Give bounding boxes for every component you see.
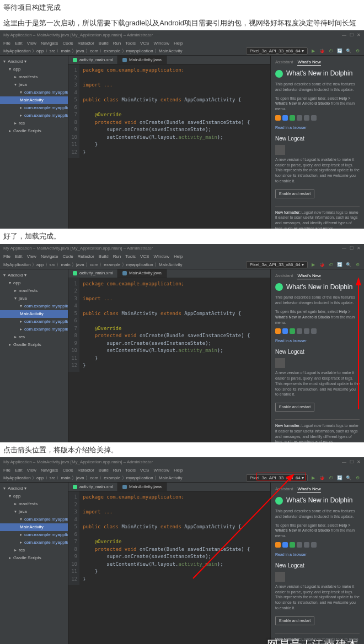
- tree-gradle[interactable]: Gradle Scripts: [0, 341, 68, 349]
- menu-vcs[interactable]: VCS: [140, 254, 149, 259]
- menu-run[interactable]: Run: [113, 468, 121, 473]
- tree-java[interactable]: java: [0, 508, 68, 516]
- tree-main-activity[interactable]: MainActivity: [0, 310, 68, 318]
- menu-bar[interactable]: File Edit View Navigate Code Refactor Bu…: [0, 466, 364, 474]
- code-editor[interactable]: package com.example.myapplication; impor…: [79, 278, 270, 372]
- tab-activity-main[interactable]: activity_main.xml: [68, 483, 118, 491]
- panel-tab-assistant[interactable]: Assistant: [275, 59, 293, 66]
- run-icon[interactable]: ▶: [310, 261, 317, 268]
- tab-main-activity[interactable]: MainActivity.java: [118, 269, 167, 278]
- code-editor[interactable]: package com.example.myapplication; impor…: [79, 64, 270, 158]
- menu-view[interactable]: View: [27, 254, 36, 259]
- tree-root[interactable]: Android ▾: [0, 272, 68, 279]
- menu-vcs[interactable]: VCS: [140, 41, 149, 46]
- breadcrumb[interactable]: MyApplication 〉app 〉src 〉main 〉java 〉com…: [3, 48, 244, 54]
- enable-restart-button[interactable]: Enable and restart: [275, 616, 314, 625]
- menu-build[interactable]: Build: [99, 41, 109, 46]
- debug-icon[interactable]: 🐞: [319, 475, 325, 481]
- tree-java[interactable]: java: [0, 81, 68, 89]
- device-selector[interactable]: Pixel_3a_API_33_x86_64 ▾: [246, 47, 308, 55]
- menu-help[interactable]: Help: [174, 254, 183, 259]
- menu-edit[interactable]: Edit: [15, 468, 23, 473]
- menu-run[interactable]: Run: [113, 41, 121, 46]
- project-tree[interactable]: Android ▾ app manifests java com.example…: [0, 483, 68, 644]
- menu-tools[interactable]: Tools: [125, 41, 136, 46]
- read-in-browser-link[interactable]: Read in a browser: [275, 338, 360, 344]
- menu-edit[interactable]: Edit: [15, 41, 23, 46]
- panel-tab-whatsnew[interactable]: What's New: [297, 486, 320, 493]
- run-icon[interactable]: ▶: [310, 475, 317, 481]
- sync-icon[interactable]: 🔄: [336, 48, 343, 55]
- tree-res[interactable]: res: [0, 120, 68, 127]
- search-icon[interactable]: 🔍: [345, 475, 352, 481]
- tree-pkg-test[interactable]: com.example.myapplication (androidTest): [0, 318, 68, 326]
- sync-icon[interactable]: 🔄: [336, 475, 343, 481]
- menu-code[interactable]: Code: [62, 41, 73, 46]
- tab-main-activity[interactable]: MainActivity.java: [118, 483, 167, 491]
- menu-tools[interactable]: Tools: [125, 254, 136, 259]
- breadcrumb[interactable]: MyApplication 〉app 〉src 〉main 〉java 〉com…: [3, 475, 244, 481]
- panel-tab-assistant[interactable]: Assistant: [275, 486, 293, 493]
- project-tree[interactable]: Android ▾ app manifests java com.example…: [0, 56, 68, 229]
- menu-build[interactable]: Build: [99, 468, 109, 473]
- tree-manifests[interactable]: manifests: [0, 500, 68, 508]
- menu-file[interactable]: File: [3, 468, 10, 473]
- tree-java[interactable]: java: [0, 295, 68, 302]
- menu-refactor[interactable]: Refactor: [78, 41, 94, 46]
- menu-file[interactable]: File: [3, 41, 10, 46]
- tab-activity-main[interactable]: activity_main.xml: [68, 56, 118, 64]
- profiler-icon[interactable]: ⏱: [328, 48, 334, 55]
- panel-tab-whatsnew[interactable]: What's New: [297, 59, 320, 66]
- tab-activity-main[interactable]: activity_main.xml: [68, 269, 118, 278]
- enable-restart-button[interactable]: Enable and restart: [275, 190, 314, 198]
- menu-run[interactable]: Run: [113, 254, 121, 259]
- debug-icon[interactable]: 🐞: [319, 261, 325, 268]
- tree-pkg-test[interactable]: com.example.myapplication (androidTest): [0, 531, 68, 539]
- settings-icon[interactable]: ⚙: [354, 48, 361, 55]
- menu-bar[interactable]: File Edit View Navigate Code Refactor Bu…: [0, 253, 364, 261]
- tree-res[interactable]: res: [0, 333, 68, 341]
- menu-code[interactable]: Code: [62, 254, 73, 259]
- menu-navigate[interactable]: Navigate: [41, 254, 58, 259]
- menu-bar[interactable]: File Edit View Navigate Code Refactor Bu…: [0, 39, 364, 47]
- search-icon[interactable]: 🔍: [345, 48, 352, 55]
- breadcrumb[interactable]: MyApplication 〉app 〉src 〉main 〉java 〉com…: [3, 262, 244, 268]
- tree-pkg-test[interactable]: com.example.myapplication (androidTest): [0, 104, 68, 112]
- menu-refactor[interactable]: Refactor: [78, 468, 94, 473]
- tree-gradle[interactable]: Gradle Scripts: [0, 554, 68, 562]
- settings-icon[interactable]: ⚙: [354, 475, 361, 481]
- read-in-browser-link[interactable]: Read in a browser: [275, 552, 360, 558]
- window-controls[interactable]: —☐✕: [339, 246, 361, 251]
- tree-root[interactable]: Android ▾: [0, 485, 68, 493]
- settings-icon[interactable]: ⚙: [354, 261, 361, 268]
- tree-pkg-unit[interactable]: com.example.myapplication (test): [0, 539, 68, 546]
- tree-pkg-main[interactable]: com.example.myapplication: [0, 302, 68, 310]
- sync-icon[interactable]: 🔄: [336, 261, 343, 268]
- menu-window[interactable]: Window: [153, 254, 169, 259]
- tree-manifests[interactable]: manifests: [0, 73, 68, 81]
- menu-code[interactable]: Code: [62, 468, 73, 473]
- debug-icon[interactable]: 🐞: [319, 48, 325, 55]
- tree-app[interactable]: app: [0, 279, 68, 287]
- menu-window[interactable]: Window: [153, 468, 169, 473]
- menu-help[interactable]: Help: [174, 41, 183, 46]
- tree-pkg-unit[interactable]: com.example.myapplication (test): [0, 326, 68, 333]
- menu-view[interactable]: View: [27, 41, 36, 46]
- menu-build[interactable]: Build: [99, 254, 109, 259]
- search-icon[interactable]: 🔍: [345, 261, 352, 268]
- tree-app[interactable]: app: [0, 493, 68, 500]
- tree-pkg-unit[interactable]: com.example.myapplication (test): [0, 112, 68, 120]
- menu-file[interactable]: File: [3, 254, 10, 259]
- menu-help[interactable]: Help: [174, 468, 183, 473]
- menu-tools[interactable]: Tools: [125, 468, 136, 473]
- profiler-icon[interactable]: ⏱: [328, 261, 334, 268]
- read-in-browser-link[interactable]: Read in a browser: [275, 125, 360, 131]
- panel-tab-whatsnew[interactable]: What's New: [297, 273, 320, 279]
- tree-pkg-main[interactable]: com.example.myapplication: [0, 89, 68, 96]
- tab-main-activity[interactable]: MainActivity.java: [118, 56, 167, 64]
- tree-manifests[interactable]: manifests: [0, 287, 68, 295]
- tree-pkg-main[interactable]: com.example.myapplication: [0, 516, 68, 523]
- tree-gradle[interactable]: Gradle Scripts: [0, 127, 68, 135]
- menu-navigate[interactable]: Navigate: [41, 468, 58, 473]
- enable-restart-button[interactable]: Enable and restart: [275, 403, 314, 412]
